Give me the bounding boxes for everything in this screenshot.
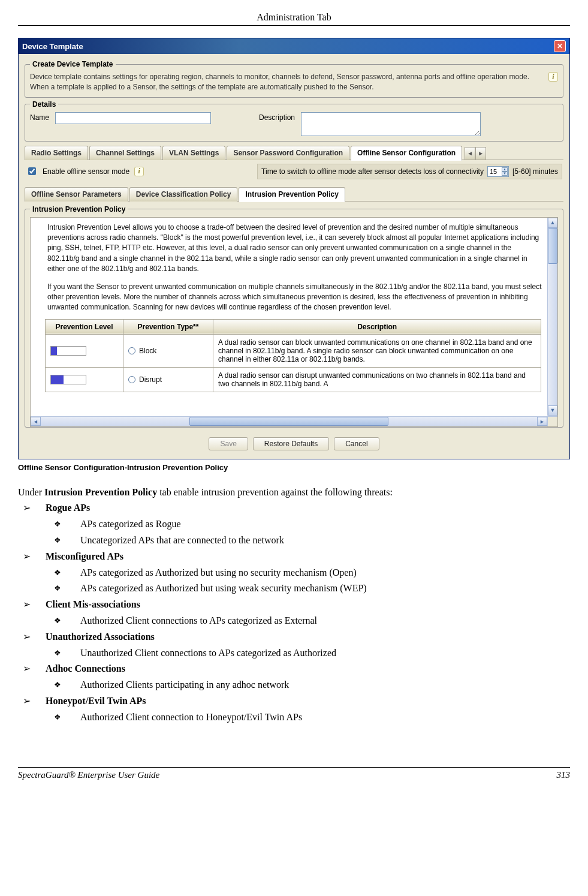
tab-offline-sensor-configuration[interactable]: Offline Sensor Configuration [351, 146, 462, 161]
col-prevention-level: Prevention Level [46, 319, 123, 334]
policy-scroll-area: Intrusion Prevention Level allows you to… [30, 217, 558, 427]
table-row: Disrupt A dual radio sensor can disrupt … [46, 367, 541, 392]
intrusion-prevention-legend: Intrusion Prevention Policy [30, 205, 128, 214]
policy-paragraph-2: If you want the Sensor to prevent unwant… [46, 281, 545, 319]
document-body: Under Intrusion Prevention Policy tab en… [18, 485, 570, 725]
list-item: APs categorized as Authorized but using … [46, 581, 570, 596]
save-button[interactable]: Save [209, 437, 248, 450]
description-input[interactable] [301, 112, 481, 136]
prevention-description: A dual radio sensor can block unwanted c… [213, 334, 541, 367]
scroll-up-icon[interactable]: ▲ [548, 218, 557, 228]
scroll-right-icon[interactable]: ► [537, 417, 547, 426]
scroll-thumb[interactable] [548, 228, 557, 264]
tab-scroll-left-icon[interactable]: ◄ [465, 147, 475, 160]
list-item-section: Rogue APsAPs categorized as RogueUncateg… [18, 501, 570, 548]
intro-bold: Intrusion Prevention Policy [44, 487, 157, 497]
enable-offline-checkbox[interactable] [28, 167, 36, 175]
list-item-section: Client Mis-associationsAuthorized Client… [18, 597, 570, 629]
screenshot-caption: Offline Sensor Configuration-Intrusion P… [18, 463, 570, 472]
prevention-level-bar [50, 346, 86, 356]
list-item: Authorized Client connections to APs cat… [46, 614, 570, 629]
tab-vlan-settings[interactable]: VLAN Settings [162, 146, 225, 160]
list-item-section: Honeypot/Evil Twin APsAuthorized Client … [18, 694, 570, 725]
list-item: Uncategorized APs that are connected to … [46, 533, 570, 548]
tab-offline-sensor-parameters[interactable]: Offline Sensor Parameters [25, 187, 128, 202]
tab-intrusion-prevention-policy[interactable]: Intrusion Prevention Policy [239, 187, 345, 202]
radio-disrupt[interactable] [128, 376, 135, 383]
footer-left: SpectraGuard® Enterprise User Guide [18, 770, 159, 780]
close-icon[interactable]: ✕ [554, 40, 566, 52]
intrusion-prevention-fieldset: Intrusion Prevention Policy Intrusion Pr… [25, 205, 563, 428]
sub-tab-row: Offline Sensor Parameters Device Classif… [25, 187, 563, 202]
prevention-description: A dual radio sensor can disrupt unwanted… [213, 367, 541, 392]
list-item: Authorized Clients participating in any … [46, 678, 570, 693]
list-item: APs categorized as Rogue [46, 517, 570, 532]
details-legend: Details [30, 100, 58, 109]
list-item-section: Misconfigured APsAPs categorized as Auth… [18, 549, 570, 596]
tab-device-classification-policy[interactable]: Device Classification Policy [129, 187, 238, 202]
main-tab-row: Radio Settings Channel Settings VLAN Set… [25, 145, 563, 160]
timeout-spinner[interactable]: 15 ▲ ▼ [487, 166, 509, 177]
intro-text-post: tab enable intrusion prevention against … [157, 487, 393, 497]
dialog-title: Device Template [22, 42, 83, 51]
vertical-scrollbar[interactable]: ▲ ▼ [547, 218, 557, 416]
horizontal-scrollbar[interactable]: ◄ ► [31, 416, 547, 426]
timeout-label: Time to switch to offline mode after sen… [261, 167, 484, 176]
dialog-titlebar: Device Template ✕ [19, 38, 569, 54]
name-input[interactable] [55, 112, 211, 124]
description-label: Description [259, 112, 295, 122]
scroll-corner [547, 416, 557, 426]
create-template-legend: Create Device Template [30, 60, 116, 68]
details-fieldset: Details Name Description [25, 100, 563, 142]
prevention-type-label: Disrupt [139, 375, 162, 384]
enable-offline-label: Enable offline sensor mode [43, 167, 129, 176]
name-label: Name [30, 112, 49, 122]
create-template-fieldset: Create Device Template i Device template… [25, 60, 563, 98]
prevention-level-bar [50, 375, 86, 384]
tab-sensor-password-configuration[interactable]: Sensor Password Configuration [227, 146, 349, 160]
threat-list: Rogue APsAPs categorized as RogueUncateg… [18, 501, 570, 724]
list-item-section: Unauthorized AssociationsUnauthorized Cl… [18, 630, 570, 661]
prevention-type-label: Block [139, 347, 156, 355]
spinner-down-icon[interactable]: ▼ [502, 172, 508, 176]
col-prevention-type: Prevention Type** [123, 319, 213, 334]
create-template-description: Device template contains settings for op… [30, 72, 558, 92]
radio-block[interactable] [128, 347, 135, 354]
policy-paragraph-1: Intrusion Prevention Level allows you to… [46, 221, 545, 281]
tab-radio-settings[interactable]: Radio Settings [25, 146, 88, 160]
table-row: Block A dual radio sensor can block unwa… [46, 334, 541, 367]
intro-text-pre: Under [18, 487, 44, 497]
prevention-table: Prevention Level Prevention Type** Descr… [45, 319, 541, 392]
list-item: APs categorized as Authorized but using … [46, 566, 570, 581]
spinner-up-icon[interactable]: ▲ [502, 167, 508, 172]
scroll-thumb[interactable] [189, 417, 388, 426]
timeout-range: [5-60] minutes [512, 167, 558, 176]
cancel-button[interactable]: Cancel [334, 437, 379, 450]
scroll-down-icon[interactable]: ▼ [548, 405, 557, 416]
timeout-value: 15 [490, 168, 497, 175]
scroll-left-icon[interactable]: ◄ [31, 417, 41, 426]
info-icon[interactable]: i [134, 167, 144, 176]
list-item: Unauthorized Client connections to APs c… [46, 646, 570, 661]
list-item-section: Adhoc ConnectionsAuthorized Clients part… [18, 662, 570, 693]
restore-defaults-button[interactable]: Restore Defaults [253, 437, 329, 450]
device-template-dialog: Device Template ✕ Create Device Template… [18, 38, 570, 459]
tab-channel-settings[interactable]: Channel Settings [89, 146, 161, 160]
col-description: Description [213, 319, 541, 334]
tab-scroll-right-icon[interactable]: ► [475, 147, 486, 160]
page-header-title: Administration Tab [18, 12, 570, 26]
footer-right-page-number: 313 [557, 770, 571, 780]
info-icon[interactable]: i [548, 72, 558, 82]
list-item: Authorized Client connection to Honeypot… [46, 710, 570, 725]
